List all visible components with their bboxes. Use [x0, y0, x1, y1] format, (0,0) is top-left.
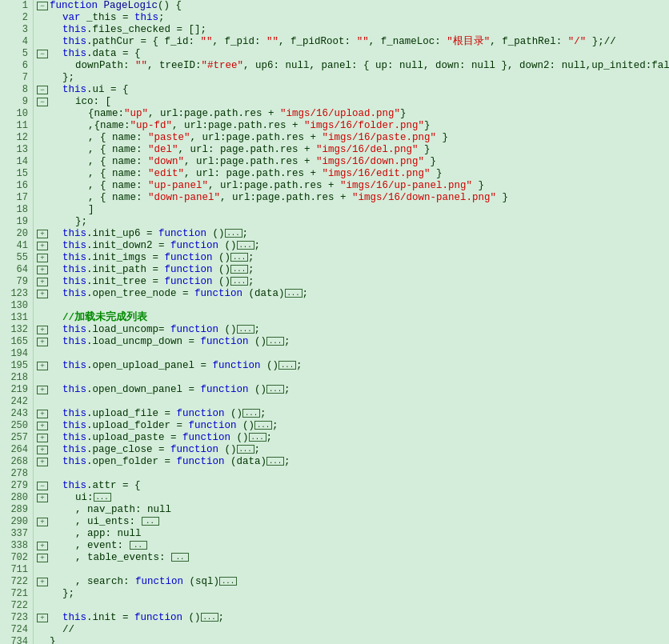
line-content: this.init_up6 = function ()...;	[50, 228, 248, 240]
fold-closed-btn[interactable]: +	[37, 362, 48, 370]
fold-closed-btn[interactable]: +	[37, 386, 48, 394]
line-content: , table_events: ..	[50, 552, 189, 564]
collapsed-block[interactable]: ...	[266, 457, 284, 466]
line-number: 7	[0, 72, 33, 84]
line-number: 724	[0, 624, 33, 636]
line-content: downPath: "", treeID:"#tree", up6: null,…	[50, 60, 669, 72]
collapsed-block[interactable]: ...	[249, 433, 266, 442]
code-line: var _this = this;	[37, 12, 669, 24]
code-line: , app: null	[37, 528, 669, 540]
line-number: 289	[0, 504, 33, 516]
code-line: +ui:...	[37, 492, 669, 504]
code-line: +this.load_uncomp= function ()...;	[37, 324, 669, 336]
line-content: ui:...	[50, 492, 111, 504]
code-line: −this.ui = {	[37, 84, 669, 96]
fold-closed-btn[interactable]: +	[37, 266, 48, 274]
code-line: +this.upload_paste = function ()...;	[37, 432, 669, 444]
line-content: this.ui = {	[50, 84, 129, 96]
collapsed-block[interactable]: ...	[266, 337, 284, 346]
line-number: 195	[0, 360, 33, 372]
fold-closed-btn[interactable]: +	[37, 458, 48, 466]
line-content: ico: [	[50, 96, 111, 108]
line-content: this.open_folder = function (data)...;	[50, 456, 290, 468]
code-line: , nav_path: null	[37, 504, 669, 516]
fold-closed-btn[interactable]: +	[37, 278, 48, 286]
fold-closed-btn[interactable]: +	[37, 494, 48, 502]
code-line: +, table_events: ..	[37, 552, 669, 564]
line-number: 264	[0, 444, 33, 456]
code-line: }	[37, 636, 669, 644]
collapsed-block[interactable]: ..	[130, 541, 147, 550]
line-number: 268	[0, 456, 33, 468]
collapsed-block[interactable]: ...	[254, 421, 272, 430]
line-content: , { name: "del", url: page.path.res + "i…	[50, 144, 431, 156]
fold-closed-btn[interactable]: +	[37, 242, 48, 250]
line-number: 15	[0, 168, 33, 180]
code-line: this.pathCur = { f_id: "", f_pid: "", f_…	[37, 36, 669, 48]
collapsed-block[interactable]: ...	[237, 445, 254, 454]
code-line: //加载未完成列表	[37, 312, 669, 324]
collapsed-block[interactable]: ...	[94, 493, 111, 502]
fold-closed-btn[interactable]: +	[37, 578, 48, 586]
collapsed-block[interactable]: ...	[230, 253, 248, 262]
collapsed-block[interactable]: ...	[242, 409, 260, 418]
fold-closed-btn[interactable]: +	[37, 410, 48, 418]
line-number: 13	[0, 144, 33, 156]
line-content: ]	[50, 204, 94, 216]
line-content: var _this = this;	[50, 12, 165, 24]
fold-open-btn[interactable]: −	[37, 50, 48, 58]
line-number: 721	[0, 588, 33, 600]
code-line: {name:"up", url:page.path.res + "imgs/16…	[37, 108, 669, 120]
collapsed-block[interactable]: ...	[278, 361, 296, 370]
code-line: +this.init = function ()...;	[37, 612, 669, 624]
line-number: 8	[0, 84, 33, 96]
fold-open-btn[interactable]: −	[37, 482, 48, 490]
collapsed-block[interactable]: ...	[230, 277, 248, 286]
collapsed-block[interactable]: ...	[230, 265, 248, 274]
collapsed-block[interactable]: ...	[266, 385, 284, 394]
fold-closed-btn[interactable]: +	[37, 326, 48, 334]
fold-closed-btn[interactable]: +	[37, 230, 48, 238]
fold-closed-btn[interactable]: +	[37, 614, 48, 622]
line-number: 722	[0, 600, 33, 612]
line-number: 219	[0, 384, 33, 396]
line-numbers: 1234567891011121314151617181920415564791…	[0, 0, 34, 644]
code-line: +this.page_close = function ()...;	[37, 444, 669, 456]
code-line: , { name: "down-panel", url:page.path.re…	[37, 192, 669, 204]
fold-closed-btn[interactable]: +	[37, 434, 48, 442]
line-content: this.init = function ()...;	[50, 612, 224, 624]
line-content: this.load_uncmp_down = function ()...;	[50, 336, 290, 348]
line-content: //	[50, 624, 74, 636]
fold-closed-btn[interactable]: +	[37, 290, 48, 298]
line-number: 5	[0, 48, 33, 60]
line-number: 6	[0, 60, 33, 72]
collapsed-block[interactable]: ...	[285, 289, 302, 298]
code-line: +, event: ..	[37, 540, 669, 552]
collapsed-block[interactable]: ...	[237, 241, 254, 250]
fold-closed-btn[interactable]: +	[37, 446, 48, 454]
collapsed-block[interactable]: ...	[201, 613, 218, 622]
code-line: downPath: "", treeID:"#tree", up6: null,…	[37, 60, 669, 72]
line-content: , nav_path: null	[50, 504, 171, 516]
code-line: +, search: function (sql)...	[37, 576, 669, 588]
fold-open-btn[interactable]: −	[37, 2, 48, 10]
collapsed-block[interactable]: ...	[225, 229, 242, 238]
code-line: +this.load_uncmp_down = function ()...;	[37, 336, 669, 348]
code-content: −function PageLogic() {var _this = this;…	[34, 0, 669, 644]
line-number: 279	[0, 480, 33, 492]
fold-open-btn[interactable]: −	[37, 98, 48, 106]
line-number: 722	[0, 576, 33, 588]
collapsed-block[interactable]: ..	[142, 517, 159, 526]
fold-closed-btn[interactable]: +	[37, 338, 48, 346]
fold-closed-btn[interactable]: +	[37, 422, 48, 430]
fold-closed-btn[interactable]: +	[37, 542, 48, 550]
fold-open-btn[interactable]: −	[37, 86, 48, 94]
fold-closed-btn[interactable]: +	[37, 254, 48, 262]
collapsed-block[interactable]: ...	[219, 577, 237, 586]
code-line: −function PageLogic() {	[37, 0, 669, 12]
fold-closed-btn[interactable]: +	[37, 518, 48, 526]
collapsed-block[interactable]: ..	[171, 553, 189, 562]
collapsed-block[interactable]: ...	[237, 325, 254, 334]
fold-closed-btn[interactable]: +	[37, 554, 48, 562]
line-number: 290	[0, 516, 33, 528]
